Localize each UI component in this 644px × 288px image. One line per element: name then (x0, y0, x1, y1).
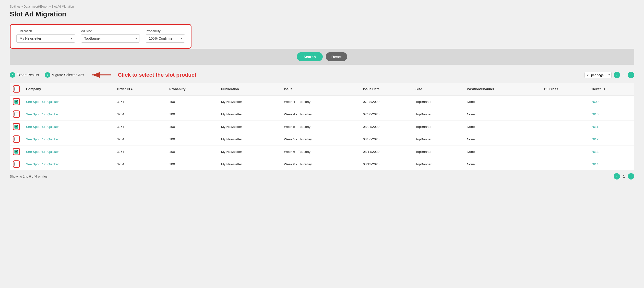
migrate-label: Migrate Selected Ads (52, 73, 84, 77)
per-page-select[interactable]: 25 per page 50 per page 100 per page (584, 72, 612, 78)
toolbar-right: 25 per page 50 per page 100 per page ‹ 1… (584, 72, 634, 78)
row-issue: Week 5 - Thursday (281, 133, 360, 146)
ticket-link[interactable]: 7609 (591, 100, 598, 104)
probability-select[interactable]: 100% Confirme 75% Likely 50% Maybe 25% U… (146, 34, 185, 42)
row-issue-date: 08/04/2020 (360, 120, 412, 133)
row-size: TopBanner (412, 120, 464, 133)
row-order-id: 3264 (114, 95, 166, 108)
publication-select-wrapper: My Newsletter Other Newsletter (16, 34, 75, 42)
per-page-wrapper: 25 per page 50 per page 100 per page (584, 72, 612, 78)
row-checkbox-outline (13, 148, 20, 155)
ticket-link[interactable]: 7612 (591, 138, 598, 141)
table-footer: Showing 1 to 6 of 6 entries ‹ 1 › (10, 170, 634, 180)
row-gl-class (541, 133, 588, 146)
company-link[interactable]: See Spot Run Quicker (26, 162, 59, 166)
adsize-select[interactable]: TopBanner BottomBanner Sidebar (81, 34, 140, 42)
search-button[interactable]: Search (297, 52, 323, 61)
search-bar: Search Reset (10, 49, 634, 65)
th-issuedate: Issue Date (360, 83, 412, 95)
th-position: Position/Channel (464, 83, 541, 95)
svg-text:E: E (12, 74, 13, 76)
results-table: Company Order ID▲ Probabilty Publication… (10, 83, 634, 170)
company-link[interactable]: See Spot Run Quicker (26, 112, 59, 116)
company-link[interactable]: See Spot Run Quicker (26, 100, 59, 104)
select-all-checkbox[interactable] (14, 87, 18, 91)
probability-select-wrapper: 100% Confirme 75% Likely 50% Maybe 25% U… (146, 34, 185, 42)
breadcrumb-import-export: Data Import/Export (24, 5, 48, 8)
row-checkbox-outline (13, 136, 20, 143)
export-label: Export Results (17, 73, 39, 77)
migrate-svg-icon: ↻ (46, 73, 49, 77)
row-checkbox-4[interactable] (14, 150, 18, 154)
row-gl-class (541, 108, 588, 120)
row-publication: My Newsletter (218, 133, 281, 146)
footer-pagination: ‹ 1 › (614, 173, 634, 180)
migrate-icon: ↻ (45, 72, 50, 78)
ticket-link[interactable]: 7611 (591, 125, 598, 128)
adsize-select-wrapper: TopBanner BottomBanner Sidebar (81, 34, 140, 42)
reset-button[interactable]: Reset (326, 52, 348, 61)
publication-field: Publication My Newsletter Other Newslett… (16, 29, 75, 42)
page-title: Slot Ad Migration (10, 10, 634, 18)
header-checkbox-outline (13, 85, 20, 92)
table-row: See Spot Run Quicker3264100My Newsletter… (10, 95, 634, 108)
row-size: TopBanner (412, 95, 464, 108)
row-checkbox-5[interactable] (14, 162, 18, 166)
row-checkbox-outline (13, 110, 20, 118)
row-issue-date: 07/30/2020 (360, 108, 412, 120)
ticket-link[interactable]: 7614 (591, 162, 598, 166)
company-link[interactable]: See Spot Run Quicker (26, 138, 59, 141)
page-wrapper: Settings » Data Import/Export » Slot Ad … (0, 0, 644, 288)
publication-select[interactable]: My Newsletter Other Newsletter (16, 34, 75, 42)
breadcrumb: Settings » Data Import/Export » Slot Ad … (10, 5, 634, 8)
row-issue: Week 4 - Thursday (281, 108, 360, 120)
row-issue: Week 6 - Tuesday (281, 146, 360, 158)
export-results-button[interactable]: E Export Results (10, 72, 39, 78)
row-ticket-id: 7611 (588, 120, 634, 133)
ticket-link[interactable]: 7610 (591, 112, 598, 116)
row-issue-date: 08/11/2020 (360, 146, 412, 158)
next-page-button[interactable]: › (628, 72, 634, 78)
row-issue: Week 6 - Thursday (281, 158, 360, 170)
footer-prev-page-button[interactable]: ‹ (614, 173, 620, 180)
row-checkbox-3[interactable] (14, 137, 18, 141)
row-issue: Week 5 - Tuesday (281, 120, 360, 133)
row-ticket-id: 7614 (588, 158, 634, 170)
row-position: None (464, 133, 541, 146)
row-order-id: 3264 (114, 158, 166, 170)
row-checkbox-outline (13, 98, 20, 105)
annotation-arrow-svg (90, 70, 112, 79)
breadcrumb-settings: Settings (10, 5, 20, 8)
row-checkbox-cell (10, 108, 23, 120)
th-orderid: Order ID▲ (114, 83, 166, 95)
table-row: See Spot Run Quicker3264100My Newsletter… (10, 120, 634, 133)
table-row: See Spot Run Quicker3264100My Newsletter… (10, 108, 634, 120)
company-link[interactable]: See Spot Run Quicker (26, 125, 59, 128)
row-checkbox-cell (10, 133, 23, 146)
row-size: TopBanner (412, 108, 464, 120)
row-probability: 100 (166, 95, 218, 108)
row-checkbox-outline (13, 123, 20, 130)
row-size: TopBanner (412, 133, 464, 146)
company-link[interactable]: See Spot Run Quicker (26, 150, 59, 154)
probability-field: Probability 100% Confirme 75% Likely 50%… (146, 29, 185, 42)
row-size: TopBanner (412, 158, 464, 170)
table-row: See Spot Run Quicker3264100My Newsletter… (10, 158, 634, 170)
export-svg-icon: E (11, 73, 14, 77)
table-header-row: Company Order ID▲ Probabilty Publication… (10, 83, 634, 95)
row-checkbox-2[interactable] (14, 125, 18, 128)
footer-current-page: 1 (622, 174, 626, 178)
migrate-button[interactable]: ↻ Migrate Selected Ads (45, 72, 84, 78)
th-size: Size (412, 83, 464, 95)
prev-page-button[interactable]: ‹ (614, 72, 620, 78)
ticket-link[interactable]: 7613 (591, 150, 598, 154)
row-probability: 100 (166, 120, 218, 133)
row-company: See Spot Run Quicker (23, 158, 114, 170)
row-checkbox-0[interactable] (14, 100, 18, 104)
row-position: None (464, 146, 541, 158)
row-company: See Spot Run Quicker (23, 133, 114, 146)
footer-next-page-button[interactable]: › (628, 173, 634, 180)
row-checkbox-1[interactable] (14, 112, 18, 116)
row-company: See Spot Run Quicker (23, 95, 114, 108)
row-position: None (464, 158, 541, 170)
